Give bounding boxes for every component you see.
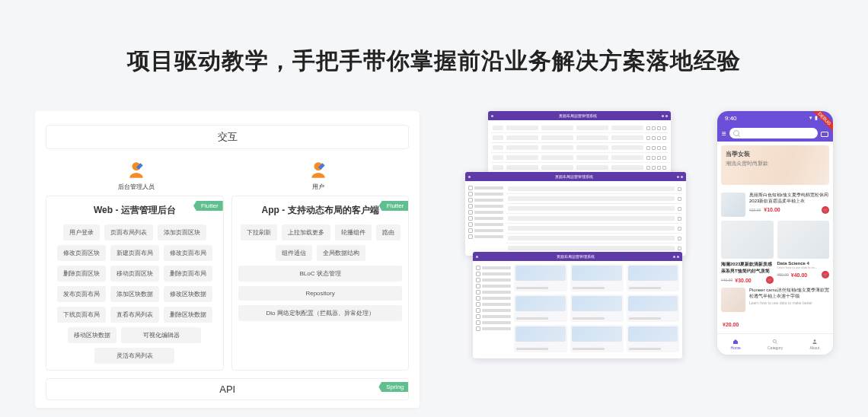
tab-home[interactable]: Home — [731, 339, 741, 350]
tag: 用户登录 — [63, 224, 100, 240]
product-card[interactable]: Pioneer camo冰丝短袖t恤女夏季薄款宽松透气半袖上衣连十字领 Lear… — [721, 284, 829, 316]
tag: 修改页面布局 — [164, 245, 212, 261]
price-old: ¥40.00 — [721, 278, 732, 282]
tag: 移动区块数据 — [68, 327, 116, 343]
preview-card — [627, 325, 680, 352]
app-panel-title: App - 支持动态布局的客户端 — [238, 204, 403, 217]
window-header: 页面布局运营管理系统 — [473, 252, 682, 261]
product-image — [721, 221, 774, 259]
phone-searchbar: ≡ — [717, 125, 833, 142]
window-header: 页面布局运营管理系统 — [465, 172, 686, 181]
product-image — [721, 288, 745, 312]
cart-badge-icon[interactable]: 🛒 — [822, 271, 829, 279]
product-list: 奥丽斯白色短袖t恤女夏季纯棉宽松休闲2023新款百搭温柔半袖上衣 ¥20.00 … — [717, 189, 833, 221]
window-title: 页面布局运营管理系统 — [478, 254, 673, 259]
preview-card — [514, 325, 567, 352]
tag-wide: 可视化编辑器 — [121, 327, 201, 343]
preview-card — [570, 264, 624, 291]
tag: 下拉刷新 — [241, 224, 277, 240]
tab-category[interactable]: Category — [767, 339, 783, 350]
preview-card — [627, 294, 680, 322]
app-panel: Flutter App - 支持动态布局的客户端 下拉刷新 上拉加载更多 轮播组… — [231, 196, 410, 371]
tag-wide: Repository — [238, 286, 403, 301]
product-desc: Learn how to use data to im... — [777, 266, 830, 269]
price-new: ¥10.00 — [764, 206, 780, 213]
status-time: 9:40 — [725, 115, 737, 122]
preview-card — [514, 264, 567, 291]
content-row: 交互 后台管理人员 用户 Flutter Web - 运营管理后台 用户登录 — [0, 111, 868, 408]
search-icon — [733, 130, 739, 136]
architecture-diagram: 交互 后台管理人员 用户 Flutter Web - 运营管理后台 用户登录 — [35, 111, 420, 408]
product-title: Pioneer camo冰丝短袖t恤女夏季薄款宽松透气半袖上衣连十字领 — [749, 288, 829, 300]
product-card[interactable]: 海澜2023夏新款清新质感亲系男T恤简约好气质简 ¥40.00 ¥30.00 🛒 — [721, 221, 774, 284]
preview-card — [570, 325, 624, 352]
admin-window-2: 页面布局运营管理系统 — [465, 172, 686, 256]
admin-label: 后台管理人员 — [46, 183, 228, 191]
product-title: 奥丽斯白色短袖t恤女夏季纯棉宽松休闲2023新款百搭温柔半袖上衣 — [749, 193, 829, 205]
wifi-icon: ▾ — [809, 115, 812, 121]
tag: 下线页面布局 — [57, 307, 106, 323]
interaction-row: 交互 — [46, 125, 409, 149]
tag: 组件通信 — [276, 245, 312, 261]
phone-mock-wrap: DEBUG 9:40 ▾ ▮ ▭ ≡ 当季女装 潮流尖货时尚新款 — [717, 111, 833, 355]
product-title: 海澜2023夏新款清新质感亲系男T恤简约好气质简 — [721, 261, 774, 275]
tab-label: About — [809, 345, 819, 350]
user-icon — [308, 160, 328, 180]
hero-banner[interactable]: 当季女装 潮流尖货时尚新款 — [721, 145, 829, 185]
tag-wide: BLoC 状态管理 — [238, 266, 403, 282]
web-panel-title: Web - 运营管理后台 — [53, 204, 217, 217]
preview-card — [514, 294, 567, 322]
svg-point-3 — [814, 339, 816, 342]
cart-badge-icon[interactable]: 🛒 — [822, 206, 829, 214]
tag: 轮播组件 — [335, 224, 372, 240]
actor-user: 用户 — [228, 160, 410, 191]
tag: 发布页面布局 — [57, 286, 106, 302]
spring-badge: Spring — [378, 382, 408, 392]
banner-subtitle: 潮流尖货时尚新款 — [726, 160, 825, 167]
price-old: ¥20.00 — [749, 208, 761, 213]
tab-about[interactable]: About — [809, 339, 819, 350]
tag: 直看布局列表 — [110, 307, 159, 323]
product-card[interactable]: 奥丽斯白色短袖t恤女夏季纯棉宽松休闲2023新款百搭温柔半袖上衣 ¥20.00 … — [721, 189, 829, 221]
panels-row: Flutter Web - 运营管理后台 用户登录 页面布局列表 添加页面区块 … — [46, 196, 409, 371]
price-new: ¥30.00 — [735, 278, 751, 283]
admin-icon — [126, 160, 146, 180]
price-new: ¥20.00 — [723, 322, 739, 327]
tag-wide: 灵活布局列表 — [94, 348, 174, 364]
tag: 全局数据结构 — [317, 245, 365, 261]
tab-label: Category — [767, 345, 783, 350]
price-old: ¥50.00 — [777, 272, 789, 277]
api-row: API Spring — [46, 378, 409, 400]
tag: 移动页面区块 — [110, 266, 159, 282]
home-icon — [732, 339, 739, 345]
tag: 添加页面区块 — [158, 224, 206, 240]
tag: 修改区块数据 — [164, 286, 212, 302]
phone-mock: DEBUG 9:40 ▾ ▮ ▭ ≡ 当季女装 潮流尖货时尚新款 — [717, 111, 833, 355]
tag-wide: Dio 网络定制配置（拦截器、异常处理） — [238, 305, 403, 321]
window-title: 页面布局运营管理系统 — [471, 174, 677, 179]
price-new: ¥40.00 — [791, 272, 807, 278]
menu-icon[interactable]: ≡ — [722, 129, 726, 138]
tag: 页面布局列表 — [104, 224, 153, 240]
window-header: 页面布局运营管理系统 — [488, 111, 671, 120]
web-panel: Flutter Web - 运营管理后台 用户登录 页面布局列表 添加页面区块 … — [46, 196, 224, 371]
product-list: Pioneer camo冰丝短袖t恤女夏季薄款宽松透气半袖上衣连十字领 Lear… — [717, 284, 833, 329]
admin-window-3: 页面布局运营管理系统 — [473, 252, 682, 358]
cart-badge-icon[interactable]: 🛒 — [766, 276, 774, 284]
cart-icon[interactable] — [821, 129, 828, 137]
admin-window-1: 页面布局运营管理系统 — [488, 111, 671, 180]
tag: 添加区块数据 — [110, 286, 159, 302]
product-grid: 海澜2023夏新款清新质感亲系男T恤简约好气质简 ¥40.00 ¥30.00 🛒… — [717, 221, 833, 284]
window-title: 页面布局运营管理系统 — [493, 113, 662, 118]
search-icon — [772, 339, 778, 345]
tag: 新建页面布局 — [110, 245, 159, 261]
page-headline: 项目驱动教学，手把手带你掌握前沿业务解决方案落地经验 — [0, 0, 868, 77]
tab-bar: Home Category About — [717, 333, 833, 355]
product-card[interactable]: Data Science 4 Learn how to use data to … — [777, 221, 830, 284]
tag: 修改页面区块 — [57, 245, 106, 261]
tab-label: Home — [731, 345, 741, 350]
person-icon — [812, 339, 818, 345]
tag: 路由 — [376, 224, 400, 240]
tag: 删除区块数据 — [164, 307, 212, 323]
search-input[interactable] — [729, 128, 818, 138]
